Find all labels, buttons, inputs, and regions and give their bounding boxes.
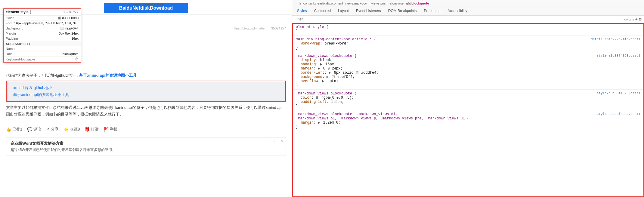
tab-event-listeners[interactable]: Event Listeners: [352, 7, 385, 15]
ad-desc: 超过45W开发者已经使用我们的开发库创建各种丰富多彩的应用。: [11, 147, 281, 152]
breadcrumb-item-3[interactable]: blockquote: [411, 2, 429, 5]
tab-dom-breakpoints[interactable]: DOM Breakpoints: [385, 7, 420, 15]
css-prop-padding-left[interactable]: padding-left: 1.5em;: [296, 100, 640, 104]
action-report[interactable]: 🚩 举报: [104, 127, 118, 132]
tooltip-dimensions: 962 × 75.2: [63, 10, 79, 14]
action-reward[interactable]: 🎁 打赏: [85, 127, 99, 132]
css-prop-color[interactable]: color: rgba(0,0,0,.5);: [296, 96, 640, 100]
css-selector-blog-content: main div.blog-content-box article * {: [296, 37, 376, 42]
inspector-tooltip: element.style { 962 × 75.2 Color #000000…: [3, 8, 81, 63]
article-url: https://blog.csdn.net/s_..._35024157: [233, 26, 286, 30]
tooltip-bg-row: Background #EEF0F4: [3, 26, 81, 31]
devtools-tabs: Styles Computed Layout Event Listeners D…: [292, 7, 644, 16]
css-rule-element-style: element.style { }: [292, 23, 644, 35]
article-content: 代码作为参考例子，可以访问github地址：基于xmind api的资源地图小工…: [0, 70, 292, 122]
blockquote-link-1[interactable]: xmind 官方 github地址: [13, 84, 281, 91]
breadcrumb-ellipsis: ...: [295, 1, 298, 5]
ad-close-button[interactable]: ✕: [280, 139, 283, 143]
ad-title[interactable]: 企业级Word文档开发解决方案: [11, 141, 281, 146]
color-dot-rgba[interactable]: [316, 96, 318, 99]
tooltip-header: element.style { 962 × 75.2: [3, 9, 81, 16]
ad-area: 广告 ✕ 企业级Word文档开发解决方案 超过45W开发者已经使用我们的开发库创…: [6, 137, 286, 156]
margin-multi-triangle[interactable]: [318, 122, 320, 124]
action-bar: 👍 已赞1 💬 评论 ↗ 分享 ⭐ 收藏8 🎁 打赏 🚩 举报: [0, 124, 292, 135]
hov-button[interactable]: .hov: [622, 17, 628, 21]
article-intro: 代码作为参考例子，可以访问github地址：基于xmind api的资源地图小工…: [6, 73, 286, 78]
tooltip-padding-row: Padding 16px: [3, 36, 81, 41]
tab-computed[interactable]: Computed: [311, 7, 334, 15]
article-paragraph: 文章主要以如何根据文件目录结构来通过Java画思维导图做使用xmind api的…: [6, 104, 286, 118]
ad-tag: 广告: [271, 139, 277, 143]
css-selector-markdown-bq-2: .markdown_views blockquote {: [296, 91, 357, 96]
tooltip-name-row: Name: [3, 46, 81, 51]
css-rule-markdown-blockquote-1: .markdown_views blockquote { style-a0c38…: [292, 52, 644, 90]
zip-filename: jetbrains-agent-latest.zip: [128, 2, 164, 6]
action-comment[interactable]: 💬 评论: [27, 127, 41, 132]
filter-bar: .hov .cls + ⊡: [292, 16, 644, 23]
article-blockquote: xmind 官方 github地址 基于xmind api的资源地图小工具: [6, 81, 286, 102]
padding-triangle[interactable]: [320, 63, 322, 66]
css-prop-border-left[interactable]: border-left: 8px solid #dddfe4;: [296, 71, 640, 75]
add-rule-button[interactable]: +: [635, 17, 638, 22]
css-rule-markdown-multi: .markdown_views blockquote, .markdown_vi…: [292, 110, 644, 131]
accessibility-section-label: ACCESSIBILITY: [3, 41, 81, 46]
comment-icon: 💬: [27, 127, 32, 132]
tooltip-element-name: element.style {: [6, 10, 31, 14]
css-prop-word-wrap[interactable]: word-wrap: break-word;: [296, 42, 640, 46]
css-rule-markdown-blockquote-2: .markdown_views blockquote { style-a0c38…: [292, 90, 644, 110]
tooltip-font-row: Font 16px -apple-system, "SF UI Text", A…: [3, 21, 81, 26]
css-selector-markdown-multi-2: .markdown_views ol, .markdown_views p, .…: [296, 116, 640, 121]
breadcrumb-item-1[interactable]: le_content.clearfix: [299, 2, 326, 5]
background-triangle[interactable]: [327, 76, 328, 78]
collect-icon: ⭐: [63, 127, 69, 132]
css-source-blog-content[interactable]: detail_ente...b.min.css:1: [591, 37, 640, 41]
tooltip-role-row: Role blockquote: [3, 51, 81, 57]
css-prop-overflow[interactable]: overflow: auto;: [296, 79, 640, 83]
tab-styles[interactable]: Styles: [293, 7, 311, 15]
css-prop-padding[interactable]: padding: 16px;: [296, 62, 640, 66]
css-selector-markdown-multi: .markdown_views blockquote, .markdown_vi…: [296, 112, 398, 116]
css-selector-element-style: element.style {: [296, 25, 328, 29]
filter-actions: .hov .cls + ⊡: [622, 17, 642, 22]
action-share[interactable]: ↗ 分享: [46, 127, 59, 132]
css-prop-background[interactable]: background: #eef0f4;: [296, 75, 640, 79]
action-like[interactable]: 👍 已赞1: [6, 127, 22, 132]
report-icon: 🚩: [104, 127, 109, 132]
filter-input[interactable]: [295, 17, 619, 21]
tab-accessibility[interactable]: Accessibility: [444, 7, 471, 15]
color-swatch-color: [58, 17, 61, 20]
css-prop-display[interactable]: display: block;: [296, 58, 640, 62]
css-source-markdown-bq-2[interactable]: style-a0c38f4093.css:1: [597, 91, 640, 95]
border-color-dot[interactable]: [356, 71, 358, 74]
css-prop-margin-multi[interactable]: margin: 1.2em 0;: [296, 121, 640, 125]
border-left-triangle[interactable]: [329, 72, 331, 74]
tooltip-margin-row: Margin 0px 0px 24px: [3, 31, 81, 36]
cls-button[interactable]: .cls: [629, 17, 634, 21]
like-icon: 👍: [6, 127, 11, 132]
reward-icon: 🎁: [85, 127, 90, 132]
background-color-dot[interactable]: [332, 75, 335, 78]
tab-properties[interactable]: Properties: [420, 7, 444, 15]
color-swatch-bg: [60, 27, 63, 30]
tab-layout[interactable]: Layout: [334, 7, 352, 15]
margin-triangle[interactable]: [318, 67, 320, 70]
action-collect[interactable]: ⭐ 收藏8: [63, 127, 80, 132]
css-rules-panel: element.style { } main div.blog-content-…: [292, 23, 644, 197]
css-prop-margin[interactable]: margin: 0 0 24px;: [296, 66, 640, 71]
keyboard-focusable-icon: ⏱: [75, 57, 79, 61]
share-icon: ↗: [46, 127, 50, 132]
overflow-triangle[interactable]: [322, 80, 324, 82]
tooltip-keyboard-row: Keyboard-focusable ⏱: [3, 57, 81, 62]
devtools-breadcrumb: ... le_content.clearfix div#content_view…: [292, 0, 644, 7]
blockquote-link-2[interactable]: 基于xmind api的资源地图小工具: [13, 91, 281, 98]
new-rule-icon[interactable]: ⊡: [639, 17, 642, 21]
css-source-markdown-multi[interactable]: style-a0c38f4093.css:1: [597, 112, 640, 116]
css-rule-blog-content: main div.blog-content-box article * { de…: [292, 35, 644, 52]
css-selector-markdown-bq-1: .markdown_views blockquote {: [296, 54, 357, 58]
css-source-markdown-bq-1[interactable]: style-a0c38f4093.css:1: [597, 54, 640, 57]
devtools-panel: ... le_content.clearfix div#content_view…: [292, 0, 644, 197]
tooltip-color-row: Color #00000080: [3, 16, 81, 21]
left-panel: BaiduNetdiskDownload jetbrains-agent-lat…: [0, 0, 292, 197]
breadcrumb-item-2[interactable]: div#content_views.markdown_views.prism-a…: [326, 2, 411, 5]
